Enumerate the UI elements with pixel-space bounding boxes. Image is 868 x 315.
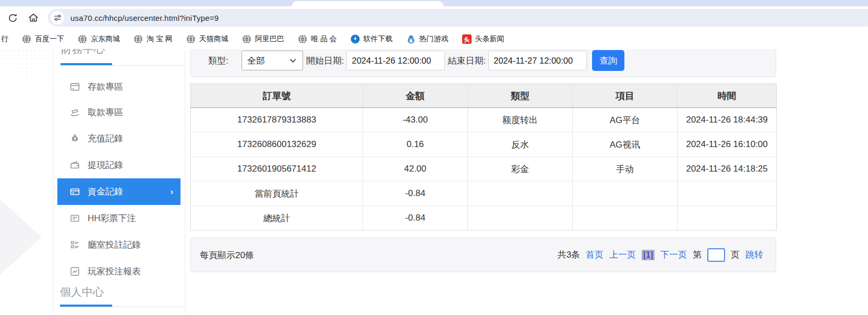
reload-icon	[7, 13, 18, 23]
jump-suffix-label: 页	[731, 249, 740, 261]
sidebar-item-label: 充值記錄	[88, 132, 123, 144]
table-cell	[678, 181, 777, 206]
sidebar-item-withdraw[interactable]: 取款專區	[54, 100, 184, 125]
bookmark-item[interactable]: 淘 宝 网	[134, 34, 173, 44]
bookmark-item[interactable]: 唯 品 会	[298, 34, 337, 44]
bookmark-item[interactable]: 阿里巴巴	[242, 34, 284, 44]
end-date-input[interactable]	[488, 51, 587, 70]
url-bar[interactable]: usa70.cc/hhcp/usercenter.html?iniType=9	[48, 9, 868, 27]
table-cell: -43.00	[363, 108, 468, 132]
active-tab[interactable]	[292, 1, 443, 6]
table-cell: -0.84	[363, 206, 468, 231]
column-header: 類型	[468, 84, 573, 108]
sidebar-item-funds[interactable]: 資金記錄›	[57, 178, 180, 205]
home-button[interactable]	[27, 11, 40, 24]
table-cell	[468, 181, 573, 206]
globe-favicon-icon	[22, 34, 31, 44]
table-cell: 1732601905671412	[191, 157, 363, 181]
globe-favicon-icon	[186, 34, 196, 44]
software-favicon-icon	[351, 34, 360, 44]
browser-tab-strip	[0, 0, 868, 6]
first-page-link[interactable]: 首页	[586, 249, 604, 261]
table-cell: 1732617879313883	[191, 108, 363, 132]
prev-page-link[interactable]: 上一页	[609, 249, 636, 261]
globe-favicon-icon	[298, 34, 307, 44]
pagination: 共3条 首页 上一页 [1] 下一页 第 页 跳转	[558, 248, 763, 262]
table-cell: 彩金	[468, 157, 573, 181]
home-icon	[28, 12, 39, 23]
withdraw-icon	[69, 107, 81, 118]
table-cell: 1732608600132629	[191, 132, 363, 157]
bookmark-label: 唯 品 会	[311, 34, 337, 44]
sidebar-item-label: 存款專區	[88, 81, 123, 93]
penguin-favicon-icon	[406, 34, 416, 44]
bookmark-item[interactable]: 天猫商城	[186, 34, 228, 44]
type-select[interactable]: 全部	[242, 51, 303, 70]
search-button[interactable]: 查詢	[592, 50, 624, 71]
bookmarks-bar: 行百度一下京东商城淘 宝 网天猫商城阿里巴巴唯 品 会软件下载热门游戏头头条新闻	[0, 29, 868, 49]
sidebar-item-label: 玩家投注報表	[88, 265, 141, 277]
table-cell: 2024-11-26 14:18:25	[678, 157, 777, 181]
sidebar-item-lottery[interactable]: HH彩票下注	[54, 206, 184, 231]
bookmark-item[interactable]: 软件下载	[351, 34, 393, 44]
table-cell: 额度转出	[468, 108, 573, 132]
bookmark-item[interactable]: 头头条新闻	[462, 34, 504, 44]
bookmark-item[interactable]: 京东商城	[78, 34, 120, 44]
table-cell: 當前頁統計	[191, 181, 363, 206]
bookmark-label: 京东商城	[91, 34, 120, 44]
bookmark-label: 阿里巴巴	[255, 34, 284, 44]
url-text[interactable]: usa70.cc/hhcp/usercenter.html?iniType=9	[70, 14, 219, 22]
table-cell	[573, 181, 678, 206]
bookmark-label: 淘 宝 网	[147, 34, 173, 44]
jump-link[interactable]: 跳转	[745, 249, 763, 261]
sidebar-item-label: 提現記錄	[88, 159, 123, 171]
triangle-decoration	[0, 199, 42, 275]
sidebar-item-cashout[interactable]: 提現記錄	[54, 153, 184, 177]
table-cell: 總統計	[191, 206, 363, 231]
chevron-right-icon: ›	[171, 187, 173, 197]
svg-text:¥: ¥	[74, 136, 76, 141]
bookmark-label: 软件下载	[364, 34, 393, 44]
current-page-indicator[interactable]: [1]	[642, 250, 655, 260]
sidebar-item-hall[interactable]: 廳室投註記錄	[54, 233, 184, 257]
sidebar-section-finance: 財務中心	[61, 49, 105, 56]
chevron-down-icon	[290, 58, 296, 63]
sidebar-item-deposit[interactable]: 存款專區	[54, 75, 184, 99]
bookmark-item[interactable]: 百度一下	[22, 34, 64, 44]
main-content: 類型: 全部 開始日期: 結束日期: 查詢 訂單號金額類型項目時間 173261…	[190, 49, 776, 315]
page-viewport: 財務中心 存款專區取款專區¥充值記錄提現記錄資金記錄›HH彩票下注廳室投註記錄玩…	[0, 49, 868, 315]
bookmark-item[interactable]: 热门游戏	[406, 34, 449, 44]
reload-button[interactable]	[6, 11, 19, 24]
globe-favicon-icon	[134, 34, 143, 44]
bookmark-item[interactable]: 行	[1, 34, 8, 44]
page-jump-input[interactable]	[707, 248, 725, 262]
table-cell: AG平台	[573, 108, 678, 132]
page-size-label: 每頁顯示20條	[200, 249, 254, 261]
column-header: 訂單號	[191, 84, 363, 108]
table-cell: 2024-11-26 16:10:00	[678, 132, 777, 157]
table-row: 173260190567141242.00彩金手动2024-11-26 14:1…	[191, 157, 777, 181]
finance-heading-divider	[60, 65, 184, 66]
dots-texture-decoration	[0, 49, 50, 84]
deposit-icon	[69, 81, 81, 93]
sidebar-item-report[interactable]: 玩家投注報表	[54, 259, 184, 284]
type-label: 類型:	[208, 55, 228, 67]
next-page-link[interactable]: 下一页	[660, 249, 687, 261]
sidebar-section-personal: 個人中心	[60, 285, 104, 299]
sidebar-item-recharge[interactable]: ¥充值記錄	[54, 126, 184, 151]
table-cell: 2024-11-26 18:44:39	[678, 108, 777, 132]
column-header: 金額	[363, 84, 468, 108]
personal-heading-divider	[60, 307, 184, 307]
globe-favicon-icon	[78, 34, 87, 44]
end-date-label: 結束日期:	[448, 55, 486, 67]
total-count-label: 共3条	[558, 249, 580, 261]
site-info-chip[interactable]	[51, 11, 64, 25]
start-date-input[interactable]	[346, 51, 445, 70]
sidebar: 財務中心 存款專區取款專區¥充值記錄提現記錄資金記錄›HH彩票下注廳室投註記錄玩…	[54, 49, 184, 315]
tune-icon	[53, 13, 62, 22]
table-cell: 42.00	[363, 157, 468, 181]
cashout-icon	[69, 160, 81, 171]
sidebar-item-label: HH彩票下注	[88, 212, 136, 224]
start-date-label: 開始日期:	[306, 55, 344, 67]
sidebar-item-label: 廳室投註記錄	[88, 239, 141, 251]
